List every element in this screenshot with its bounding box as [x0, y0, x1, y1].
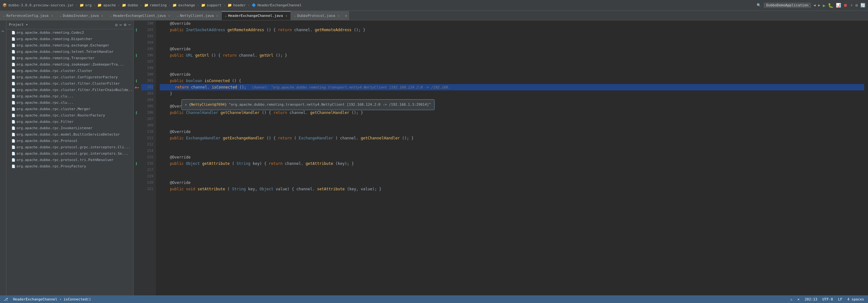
ln-207: 207: [141, 116, 153, 122]
gutter-line-216: ▌: [134, 160, 140, 167]
bc-apache: apache: [103, 3, 116, 7]
tree-item-zookeeper[interactable]: 📄 org.apache.dubbo.remoting.zookeeper.Zo…: [6, 61, 133, 67]
tree-item-exchanger[interactable]: 📄 org.apache.dubbo.remoting.exchange.Exc…: [6, 42, 133, 49]
update-icon[interactable]: 🔄: [860, 3, 865, 8]
tooltip-ref: {NettyClient@7694}: [189, 101, 227, 108]
tab-header-exchange-client[interactable]: ☕ HeaderExchangeClient.java ✕: [106, 11, 174, 20]
tree-item-rpc-clu1[interactable]: 📄 org.apache.dubbo.rpc.clu...: [6, 93, 133, 99]
project-dropdown[interactable]: Project ▾: [9, 23, 28, 27]
tab-icon-hech: ☕: [225, 14, 227, 18]
tree-item-dispatcher[interactable]: 📄 org.apache.dubbo.remoting.Dispatcher: [6, 36, 133, 42]
tab-netty-client[interactable]: ☕ NettyClient.java ✕: [174, 11, 222, 20]
ln-204: 204: [141, 97, 153, 103]
exchange-folder-icon: 📁: [173, 3, 177, 7]
tab-close-hech[interactable]: ✕: [285, 14, 287, 18]
profile-button[interactable]: ⚡: [850, 3, 853, 8]
ln-190: 190: [141, 20, 153, 27]
kw-void-221: void: [186, 187, 195, 191]
tab-dubbo-protocol[interactable]: ☕ DubboProtocol.java ✕: [291, 11, 343, 20]
sp-221d: value) { channel.: [276, 187, 315, 191]
favorites-tab[interactable]: F: [1, 22, 6, 41]
debug-inline-202: channel: "org.apache.dubbo.remoting.tran…: [252, 85, 450, 89]
gutter-line-194: [134, 39, 140, 46]
gutter-line-215: [134, 154, 140, 160]
tab-close-hec[interactable]: ✕: [168, 14, 170, 18]
code-191: channel.: [294, 28, 312, 32]
gutter-line-220: [134, 180, 140, 186]
tree-item-invokerlistener[interactable]: 📄 org.apache.dubbo.rpc.InvokerListener: [6, 125, 133, 131]
brace-203: }: [170, 91, 172, 96]
run-button[interactable]: ▶: [823, 3, 825, 8]
gutter-line-190: [134, 20, 140, 27]
collapse-icon[interactable]: ⇔: [120, 22, 122, 27]
tree-item-routerfactory[interactable]: 📄 org.apache.dubbo.rpc.cluster.RouterFac…: [6, 112, 133, 118]
gutter-line-191: ▌: [134, 27, 140, 33]
tree-item-filter[interactable]: 📄 org.apache.dubbo.rpc.Filter: [6, 118, 133, 125]
indent-display[interactable]: 4 spaces: [847, 297, 864, 301]
file-icon-invokerlistener: 📄: [11, 126, 15, 130]
tree-item-cluster[interactable]: 📄 org.apache.dubbo.rpc.cluster.Cluster: [6, 67, 133, 74]
tab-dubbo-invoker[interactable]: ☕ DubboInvoker.java ✕: [57, 11, 107, 20]
toolbar-right: 🔍 DubboDemoApplication ◀ ▶ ▶ 🐛 📊 ⏹ ⚡ ⚙ 🔄: [757, 3, 865, 8]
ann-195: @Override: [170, 47, 191, 51]
tab-close-dubbo-invoker[interactable]: ✕: [101, 14, 103, 18]
settings-icon[interactable]: ⚙: [855, 3, 858, 8]
tab-reference-config[interactable]: ☕ ReferenceConfig.java ✕: [0, 11, 57, 20]
code-content[interactable]: @Override public InetSocketAddress getRe…: [156, 20, 868, 295]
tree-item-codec2[interactable]: 📄 org.apache.dubbo.remoting.Codec2: [6, 29, 133, 36]
line-sep-display[interactable]: LF: [838, 297, 842, 301]
code-line-216: public Object getAttribute ( String key)…: [160, 160, 864, 167]
tree-item-merger[interactable]: 📄 org.apache.dubbo.rpc.cluster.Merger: [6, 106, 133, 112]
left-panel-tabs: F: [0, 20, 6, 295]
tree-item-telnet[interactable]: 📄 org.apache.dubbo.remoting.telnet.Telne…: [6, 49, 133, 55]
coverage-button[interactable]: 📊: [836, 3, 841, 8]
encoding-display[interactable]: UTF-8: [823, 297, 833, 301]
stop-button[interactable]: ⏹: [843, 3, 848, 8]
file-icon-grpc-se: 📄: [11, 152, 15, 155]
modified-marker-216: ▌: [136, 162, 138, 165]
tree-item-transporter[interactable]: 📄 org.apache.dubbo.remoting.Transporter: [6, 55, 133, 61]
next-icon[interactable]: ▶: [818, 3, 820, 7]
sp-202: channel.: [191, 85, 210, 89]
tree-item-grpc-se[interactable]: 📄 org.apache.dubbo.rpc.protocol.grpc.int…: [6, 150, 133, 157]
tree-item-configurator[interactable]: 📄 org.apache.dubbo.rpc.cluster.Configura…: [6, 74, 133, 80]
kw-return-216: return: [269, 161, 283, 166]
gutter-line-205: [134, 103, 140, 110]
tree-item-grpc-cli[interactable]: 📄 org.apache.dubbo.rpc.protocol.grpc.int…: [6, 144, 133, 150]
file-icon-rpc-clu2: 📄: [11, 101, 15, 104]
ln-216: 216: [141, 160, 153, 167]
run-config-selector[interactable]: DubboDemoApplication: [764, 3, 811, 8]
settings-sidebar-icon[interactable]: ⚙: [124, 22, 126, 27]
tree-item-filterchain[interactable]: 📄 org.apache.dubbo.rpc.cluster.filter.Fi…: [6, 87, 133, 93]
fn-211b: getChannelHandler: [361, 136, 400, 140]
code-line-202: return channel. isConnected (); channel:…: [160, 84, 864, 90]
debug-tooltip: + {NettyClient@7694} "org.apache.dubbo.r…: [181, 99, 435, 110]
tab-close-nc[interactable]: ✕: [216, 14, 218, 18]
ln-209: 209: [141, 122, 153, 129]
locate-icon[interactable]: ◎: [115, 22, 118, 27]
tree-item-proxyfactory[interactable]: 📄 org.apache.dubbo.rpc.ProxyFactory: [6, 163, 133, 169]
bc-remoting: remoting: [150, 3, 167, 7]
tree-item-label-proxyfactory: org.apache.dubbo.rpc.ProxyFactory: [17, 164, 86, 169]
tree-item-clusterfilter[interactable]: 📄 org.apache.dubbo.rpc.cluster.filter.Cl…: [6, 80, 133, 87]
file-icon-merger: 📄: [11, 107, 15, 111]
tab-close-dp[interactable]: ✕: [338, 14, 340, 18]
tab-overflow[interactable]: »: [343, 11, 349, 20]
ln-212: 212: [141, 141, 153, 148]
tree-item-rpc-clu2[interactable]: 📄 org.apache.dubbo.rpc.clu...: [6, 99, 133, 106]
file-icon-configurator: 📄: [11, 75, 15, 79]
tab-close-reference[interactable]: ✕: [51, 14, 53, 18]
tree-item-protocol[interactable]: 📄 org.apache.dubbo.rpc.Protocol: [6, 138, 133, 144]
tab-header-exchange-channel[interactable]: ☕ HeaderExchangeChannel.java ✕: [222, 11, 291, 20]
line-col-display[interactable]: 202:13: [805, 297, 817, 301]
debug-button[interactable]: 🐛: [828, 3, 833, 8]
tree-item-pathresolver[interactable]: 📄 org.apache.dubbo.rpc.protocol.tri.Path…: [6, 157, 133, 163]
minimize-sidebar-icon[interactable]: −: [128, 22, 131, 27]
sp-216c: key) {: [253, 161, 269, 166]
gutter-line-202: ● →: [134, 84, 140, 90]
prev-icon[interactable]: ◀: [814, 3, 816, 7]
org-folder-icon: 📁: [80, 3, 84, 7]
search-icon[interactable]: 🔍: [757, 3, 761, 7]
fn-221b: setAttribute: [317, 187, 345, 191]
tree-item-builtin[interactable]: 📄 org.apache.dubbo.rpc.model.BuiltinServ…: [6, 131, 133, 138]
